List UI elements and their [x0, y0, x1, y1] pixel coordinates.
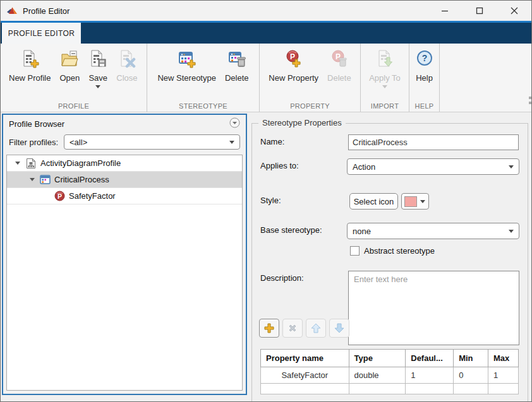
apply-to-label: Apply To: [369, 73, 401, 83]
title-bar: Profile Editor: [1, 1, 531, 21]
name-input[interactable]: [348, 134, 519, 150]
add-property-button[interactable]: [259, 319, 279, 338]
chevron-down-icon: [229, 141, 234, 144]
section-label-property: PROPERTY: [260, 102, 360, 110]
abstract-stereotype-checkbox[interactable]: [350, 246, 360, 256]
section-label-profile: PROFILE: [1, 102, 147, 110]
col-min[interactable]: Min: [454, 350, 488, 367]
tree-item-label: CriticalProcess: [54, 175, 109, 184]
save-dropdown-caret-icon[interactable]: [95, 85, 100, 88]
profile-browser-panel: Profile Browser Filter profiles: <all>: [2, 114, 247, 395]
new-property-icon: P: [284, 49, 303, 70]
tree-item-profile[interactable]: ActivityDiagramProfile: [7, 155, 242, 172]
profile-icon: [25, 158, 37, 169]
table-row[interactable]: SafetyFactor double 1 0 1: [261, 367, 519, 384]
stereotype-properties-group: Stereotype Properties Name: Applies to: …: [251, 123, 528, 402]
cell-min[interactable]: 0: [454, 367, 488, 384]
filter-profiles-value: <all>: [70, 138, 87, 147]
ribbon-tab-strip: PROFILE EDITOR: [1, 23, 531, 44]
profile-tree: ActivityDiagramProfile CriticalProcess: [6, 155, 243, 391]
svg-text:P: P: [57, 192, 62, 200]
section-label-help: HELP: [409, 102, 439, 110]
save-icon: [88, 49, 107, 70]
property-table: Property name Type Defaul... Min Max Saf…: [260, 349, 519, 394]
chevron-down-icon: [509, 165, 514, 168]
open-label: Open: [59, 73, 80, 83]
toolbar-section-profile: New Profile Open: [1, 44, 147, 112]
delete-stereotype-icon: [227, 49, 246, 70]
apply-to-dropdown-caret-icon: [382, 85, 387, 88]
close-profile-label: Close: [116, 73, 137, 83]
tree-expand-icon[interactable]: [15, 162, 20, 165]
window-title: Profile Editor: [23, 6, 70, 16]
col-max[interactable]: Max: [488, 350, 519, 367]
cell-property-name[interactable]: SafetyFactor: [261, 367, 349, 384]
apply-to-button[interactable]: Apply To: [365, 49, 405, 88]
new-profile-icon: [20, 49, 39, 70]
open-button[interactable]: Open: [55, 49, 84, 83]
new-profile-label: New Profile: [9, 73, 51, 83]
maximize-button[interactable]: [462, 1, 497, 21]
property-table-header-row: Property name Type Defaul... Min Max: [261, 350, 519, 367]
move-up-button[interactable]: [306, 319, 326, 338]
cell-max[interactable]: 1: [488, 367, 519, 384]
delete-stereotype-button[interactable]: Delete: [221, 49, 253, 83]
move-down-button[interactable]: [329, 319, 349, 338]
delete-property-button[interactable]: P Delete: [323, 49, 356, 83]
icon-color-picker[interactable]: [401, 193, 429, 210]
select-icon-button[interactable]: Select icon: [349, 193, 398, 210]
new-profile-button[interactable]: New Profile: [4, 49, 55, 83]
arrow-up-icon: [310, 322, 322, 334]
cell-type[interactable]: double: [349, 367, 406, 384]
tab-profile-editor[interactable]: PROFILE EDITOR: [2, 23, 81, 44]
toolbar-section-stereotype: New Stereotype Delete: [147, 44, 260, 112]
filter-profiles-dropdown[interactable]: <all>: [64, 134, 240, 150]
new-stereotype-button[interactable]: New Stereotype: [153, 49, 221, 83]
property-icon: P: [54, 191, 65, 201]
tree-item-label: SafetyFactor: [69, 191, 116, 201]
plus-icon: [263, 322, 275, 334]
save-button[interactable]: Save: [84, 49, 112, 88]
col-default[interactable]: Defaul...: [406, 350, 454, 367]
cell-default[interactable]: 1: [406, 367, 454, 384]
abstract-stereotype-label: Abstract stereotype: [364, 246, 435, 256]
minimize-button[interactable]: [427, 1, 462, 21]
chevron-down-icon: [420, 200, 425, 203]
delete-property-icon: P: [330, 49, 349, 70]
new-property-button[interactable]: P New Property: [264, 49, 323, 83]
help-button[interactable]: ? Help: [411, 49, 438, 83]
profile-browser-title: Profile Browser: [9, 119, 229, 129]
tree-item-stereotype[interactable]: CriticalProcess: [7, 172, 242, 188]
tree-item-property[interactable]: P SafetyFactor: [7, 188, 242, 204]
delete-property-label: Delete: [327, 73, 351, 83]
delete-property-row-button[interactable]: [282, 319, 303, 338]
x-icon: [287, 322, 298, 334]
property-edit-buttons: [259, 319, 349, 338]
apply-to-icon: [375, 49, 394, 70]
col-type[interactable]: Type: [349, 350, 406, 367]
close-profile-button[interactable]: Close: [112, 49, 142, 83]
base-stereotype-dropdown[interactable]: none: [347, 223, 519, 239]
tree-expand-icon[interactable]: [30, 178, 35, 181]
new-stereotype-label: New Stereotype: [157, 73, 216, 83]
applies-to-label: Applies to:: [260, 161, 299, 170]
table-row-empty: [261, 384, 519, 394]
toolbar-section-import: Apply To IMPORT: [361, 44, 409, 112]
applies-to-dropdown[interactable]: Action: [347, 158, 519, 175]
toolbar-spacer: [440, 44, 531, 112]
filter-profiles-label: Filter profiles:: [9, 138, 58, 147]
ribbon-minimize-icon-clipped: [529, 97, 531, 107]
arrow-down-icon: [334, 322, 345, 334]
chevron-down-icon: [509, 230, 514, 233]
panel-collapse-icon[interactable]: [229, 117, 240, 130]
toolbar-section-help: ? Help HELP: [409, 44, 440, 112]
base-stereotype-value: none: [353, 227, 371, 236]
select-icon-label: Select icon: [354, 197, 394, 206]
applies-to-value: Action: [353, 162, 375, 172]
close-button[interactable]: [497, 1, 531, 21]
delete-stereotype-label: Delete: [225, 73, 249, 83]
col-property-name[interactable]: Property name: [261, 350, 349, 367]
tree-item-label: ActivityDiagramProfile: [40, 158, 121, 168]
description-textarea[interactable]: [348, 271, 519, 345]
new-property-label: New Property: [269, 73, 318, 83]
